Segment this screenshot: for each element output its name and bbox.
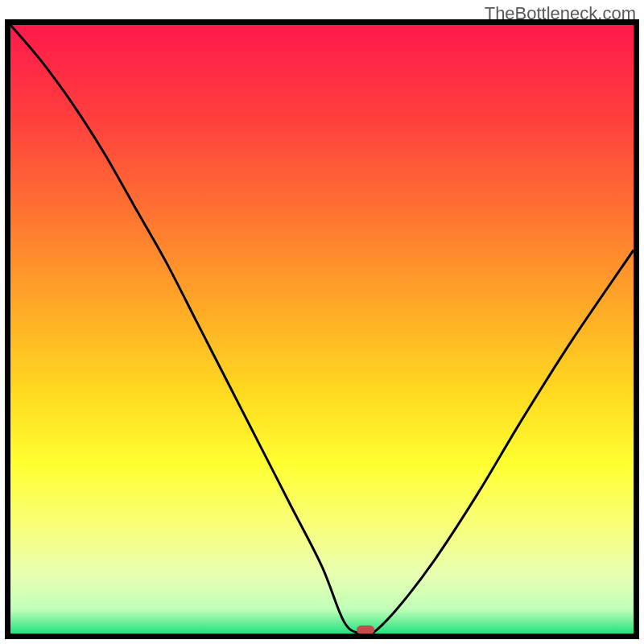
curve-layer [10, 25, 634, 634]
optimal-point-marker [357, 625, 374, 634]
watermark-text: TheBottleneck.com [485, 3, 636, 24]
bottleneck-curve [10, 25, 634, 634]
chart-plot-area [5, 19, 639, 639]
